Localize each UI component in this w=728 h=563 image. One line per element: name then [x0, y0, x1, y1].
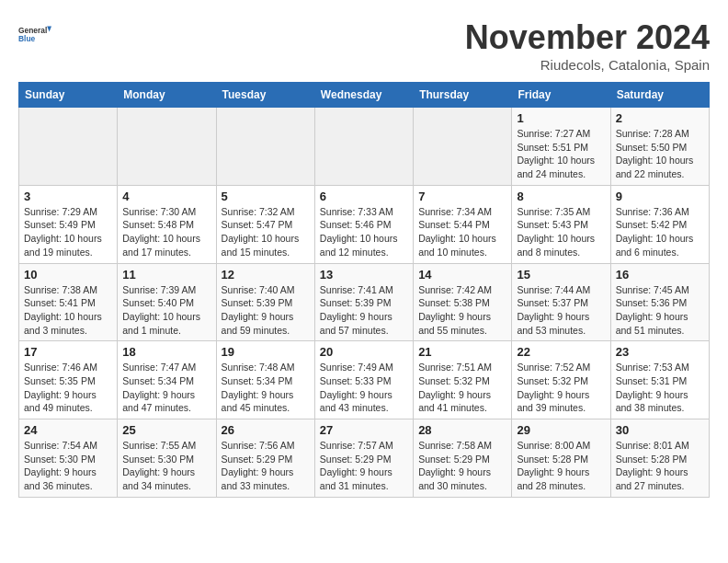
logo: General Blue [18, 18, 51, 52]
day-cell: 28Sunrise: 7:58 AMSunset: 5:29 PMDayligh… [414, 419, 512, 498]
day-number: 26 [222, 423, 310, 437]
day-cell [216, 108, 314, 186]
location: Riudecols, Catalonia, Spain [465, 57, 710, 73]
day-cell [19, 108, 118, 186]
day-cell: 10Sunrise: 7:38 AMSunset: 5:41 PMDayligh… [19, 263, 118, 341]
weekday-header-thursday: Thursday [414, 83, 512, 108]
day-number: 1 [517, 111, 605, 125]
day-info: Sunrise: 8:00 AMSunset: 5:28 PMDaylight:… [517, 439, 605, 493]
day-cell: 23Sunrise: 7:53 AMSunset: 5:31 PMDayligh… [610, 341, 709, 419]
month-title: November 2024 [465, 18, 710, 57]
day-cell [118, 108, 216, 186]
day-info: Sunrise: 7:58 AMSunset: 5:29 PMDaylight:… [418, 439, 506, 493]
day-info: Sunrise: 7:47 AMSunset: 5:34 PMDaylight:… [122, 361, 210, 415]
day-info: Sunrise: 7:54 AMSunset: 5:30 PMDaylight:… [24, 439, 112, 493]
day-info: Sunrise: 7:34 AMSunset: 5:44 PMDaylight:… [418, 205, 506, 259]
day-number: 3 [24, 190, 112, 203]
day-cell: 25Sunrise: 7:55 AMSunset: 5:30 PMDayligh… [118, 419, 216, 498]
day-number: 18 [122, 345, 210, 359]
day-number: 7 [418, 190, 506, 203]
day-cell: 7Sunrise: 7:34 AMSunset: 5:44 PMDaylight… [414, 185, 512, 263]
day-number: 25 [122, 423, 210, 437]
day-number: 9 [616, 190, 704, 203]
weekday-header-row: SundayMondayTuesdayWednesdayThursdayFrid… [19, 83, 710, 108]
day-cell: 21Sunrise: 7:51 AMSunset: 5:32 PMDayligh… [414, 341, 512, 419]
day-cell: 18Sunrise: 7:47 AMSunset: 5:34 PMDayligh… [118, 341, 216, 419]
day-cell: 22Sunrise: 7:52 AMSunset: 5:32 PMDayligh… [512, 341, 610, 419]
day-number: 13 [320, 268, 408, 282]
day-number: 22 [517, 345, 605, 359]
day-cell: 17Sunrise: 7:46 AMSunset: 5:35 PMDayligh… [19, 341, 118, 419]
weekday-header-monday: Monday [118, 83, 216, 108]
day-info: Sunrise: 7:41 AMSunset: 5:39 PMDaylight:… [320, 283, 408, 338]
day-number: 14 [418, 268, 506, 282]
day-info: Sunrise: 7:28 AMSunset: 5:50 PMDaylight:… [616, 127, 704, 181]
svg-text:General: General [18, 26, 47, 35]
day-info: Sunrise: 7:52 AMSunset: 5:32 PMDaylight:… [517, 361, 605, 415]
day-info: Sunrise: 7:42 AMSunset: 5:38 PMDaylight:… [418, 283, 506, 338]
day-cell: 15Sunrise: 7:44 AMSunset: 5:37 PMDayligh… [512, 263, 610, 341]
day-info: Sunrise: 7:29 AMSunset: 5:49 PMDaylight:… [24, 205, 112, 259]
day-number: 8 [517, 190, 605, 203]
week-row-4: 17Sunrise: 7:46 AMSunset: 5:35 PMDayligh… [19, 341, 710, 419]
day-cell: 8Sunrise: 7:35 AMSunset: 5:43 PMDaylight… [512, 185, 610, 263]
title-area: November 2024 Riudecols, Catalonia, Spai… [465, 18, 710, 73]
day-cell: 6Sunrise: 7:33 AMSunset: 5:46 PMDaylight… [314, 185, 413, 263]
day-info: Sunrise: 7:30 AMSunset: 5:48 PMDaylight:… [122, 205, 210, 259]
day-cell: 29Sunrise: 8:00 AMSunset: 5:28 PMDayligh… [512, 419, 610, 498]
weekday-header-tuesday: Tuesday [216, 83, 314, 108]
day-info: Sunrise: 7:46 AMSunset: 5:35 PMDaylight:… [24, 361, 112, 415]
weekday-header-sunday: Sunday [19, 83, 118, 108]
calendar: SundayMondayTuesdayWednesdayThursdayFrid… [18, 82, 710, 498]
day-cell: 19Sunrise: 7:48 AMSunset: 5:34 PMDayligh… [216, 341, 314, 419]
svg-marker-2 [47, 26, 51, 31]
week-row-3: 10Sunrise: 7:38 AMSunset: 5:41 PMDayligh… [19, 263, 710, 341]
day-cell: 26Sunrise: 7:56 AMSunset: 5:29 PMDayligh… [216, 419, 314, 498]
day-cell: 5Sunrise: 7:32 AMSunset: 5:47 PMDaylight… [216, 185, 314, 263]
svg-text:Blue: Blue [18, 34, 36, 43]
day-number: 30 [616, 423, 704, 437]
day-number: 5 [222, 190, 310, 203]
day-info: Sunrise: 7:32 AMSunset: 5:47 PMDaylight:… [222, 205, 310, 259]
day-number: 6 [320, 190, 408, 203]
day-cell: 20Sunrise: 7:49 AMSunset: 5:33 PMDayligh… [314, 341, 413, 419]
day-cell: 9Sunrise: 7:36 AMSunset: 5:42 PMDaylight… [610, 185, 709, 263]
week-row-5: 24Sunrise: 7:54 AMSunset: 5:30 PMDayligh… [19, 419, 710, 498]
day-number: 11 [122, 268, 210, 282]
day-info: Sunrise: 7:48 AMSunset: 5:34 PMDaylight:… [222, 361, 310, 415]
day-info: Sunrise: 7:56 AMSunset: 5:29 PMDaylight:… [222, 439, 310, 493]
day-number: 16 [616, 268, 704, 282]
day-number: 28 [418, 423, 506, 437]
day-number: 27 [320, 423, 408, 437]
day-info: Sunrise: 7:40 AMSunset: 5:39 PMDaylight:… [222, 283, 310, 338]
day-cell: 3Sunrise: 7:29 AMSunset: 5:49 PMDaylight… [19, 185, 118, 263]
day-info: Sunrise: 7:44 AMSunset: 5:37 PMDaylight:… [517, 283, 605, 338]
week-row-1: 1Sunrise: 7:27 AMSunset: 5:51 PMDaylight… [19, 108, 710, 186]
day-info: Sunrise: 7:39 AMSunset: 5:40 PMDaylight:… [122, 283, 210, 338]
day-info: Sunrise: 7:45 AMSunset: 5:36 PMDaylight:… [616, 283, 704, 338]
day-cell: 2Sunrise: 7:28 AMSunset: 5:50 PMDaylight… [610, 108, 709, 186]
day-number: 4 [122, 190, 210, 203]
day-number: 10 [24, 268, 112, 282]
day-cell: 12Sunrise: 7:40 AMSunset: 5:39 PMDayligh… [216, 263, 314, 341]
day-info: Sunrise: 7:33 AMSunset: 5:46 PMDaylight:… [320, 205, 408, 259]
day-cell [414, 108, 512, 186]
day-cell: 24Sunrise: 7:54 AMSunset: 5:30 PMDayligh… [19, 419, 118, 498]
day-number: 29 [517, 423, 605, 437]
day-number: 21 [418, 345, 506, 359]
weekday-header-saturday: Saturday [610, 83, 709, 108]
day-cell: 14Sunrise: 7:42 AMSunset: 5:38 PMDayligh… [414, 263, 512, 341]
day-cell: 13Sunrise: 7:41 AMSunset: 5:39 PMDayligh… [314, 263, 413, 341]
week-row-2: 3Sunrise: 7:29 AMSunset: 5:49 PMDaylight… [19, 185, 710, 263]
day-info: Sunrise: 7:27 AMSunset: 5:51 PMDaylight:… [517, 127, 605, 181]
day-cell: 4Sunrise: 7:30 AMSunset: 5:48 PMDaylight… [118, 185, 216, 263]
day-number: 12 [222, 268, 310, 282]
day-cell: 11Sunrise: 7:39 AMSunset: 5:40 PMDayligh… [118, 263, 216, 341]
day-info: Sunrise: 7:49 AMSunset: 5:33 PMDaylight:… [320, 361, 408, 415]
day-info: Sunrise: 7:57 AMSunset: 5:29 PMDaylight:… [320, 439, 408, 493]
day-info: Sunrise: 7:51 AMSunset: 5:32 PMDaylight:… [418, 361, 506, 415]
day-cell: 1Sunrise: 7:27 AMSunset: 5:51 PMDaylight… [512, 108, 610, 186]
weekday-header-friday: Friday [512, 83, 610, 108]
day-info: Sunrise: 7:36 AMSunset: 5:42 PMDaylight:… [616, 205, 704, 259]
day-info: Sunrise: 7:53 AMSunset: 5:31 PMDaylight:… [616, 361, 704, 415]
